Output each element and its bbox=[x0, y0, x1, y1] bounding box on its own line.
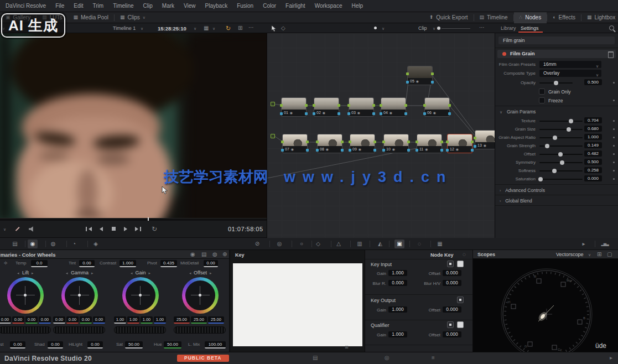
node-05[interactable]: 05◉ bbox=[408, 66, 432, 85]
qualifier-gain[interactable]: 1.000 bbox=[388, 331, 407, 337]
lift-r-value[interactable]: 0.00 bbox=[12, 316, 24, 324]
lift-b-value[interactable]: 0.00 bbox=[39, 316, 51, 324]
node-02[interactable]: 02◉ bbox=[314, 98, 339, 116]
corner-arrow-icon[interactable]: ▸ bbox=[610, 355, 612, 361]
qualifier-toggle-b[interactable] bbox=[457, 321, 464, 328]
log-mode-icon[interactable]: ◍ bbox=[212, 252, 217, 257]
boost-value[interactable]: 0.00 bbox=[10, 341, 25, 349]
render-queue-icon[interactable]: ≡ bbox=[432, 355, 435, 361]
camera-icon[interactable]: ▦ bbox=[204, 25, 209, 31]
magic-mask-icon[interactable]: ○ bbox=[297, 240, 307, 248]
node-graph[interactable]: 05◉ 01◉ 02◉ 03◉ 04◉ 06◉ 07◉ 08◉ 09◉ bbox=[267, 33, 495, 238]
node-01[interactable]: 01◉ bbox=[282, 98, 306, 116]
pivot-value[interactable]: 0.435 bbox=[160, 260, 177, 267]
menu-item-edit[interactable]: Edit bbox=[74, 3, 83, 9]
scope-mode-selector[interactable]: Vectorscope bbox=[556, 252, 584, 257]
keyboard-icon[interactable]: ▤ bbox=[313, 355, 318, 361]
menu-item-view[interactable]: View bbox=[184, 3, 196, 9]
stabilizer-icon[interactable]: ◭ bbox=[375, 240, 385, 248]
sat-value[interactable]: 50.00 bbox=[125, 341, 143, 349]
curves-icon[interactable]: ◔ bbox=[69, 240, 79, 248]
hdr-wheels-icon[interactable]: ◍ bbox=[48, 240, 58, 248]
key-input-blur-r[interactable]: 0.000 bbox=[388, 280, 407, 286]
lift-master-wheel[interactable] bbox=[0, 326, 51, 334]
effects-panel-button[interactable]: ◐ Effects bbox=[547, 12, 581, 23]
play-button[interactable] bbox=[124, 227, 127, 231]
arrow-left-icon[interactable]: ▸ bbox=[17, 271, 19, 275]
blur-icon[interactable]: ◇ bbox=[313, 240, 323, 248]
cloud-sync-icon[interactable]: ◎ bbox=[385, 355, 390, 361]
arrow-right-icon[interactable]: ▸ bbox=[32, 271, 34, 275]
node-04[interactable]: 04◉ bbox=[381, 98, 406, 116]
node-09[interactable]: 09◉ bbox=[350, 134, 375, 153]
pan-tool-icon[interactable]: ◇ bbox=[281, 25, 285, 31]
key-icon[interactable]: △ bbox=[334, 240, 344, 248]
lift-g-value[interactable]: 0.00 bbox=[25, 316, 38, 324]
composite-dropdown[interactable]: Overlay∨ bbox=[539, 70, 601, 77]
presets-dropdown[interactable]: 16mm∨ bbox=[539, 61, 601, 68]
node-07[interactable]: 07◉ bbox=[283, 134, 307, 153]
param-value[interactable]: 0.258 bbox=[584, 167, 602, 173]
stills-icon[interactable]: ▤ bbox=[10, 240, 20, 248]
global-blend-header[interactable]: › Global Blend bbox=[500, 197, 532, 204]
opacity-value[interactable]: 0.500 bbox=[584, 79, 602, 85]
gain-y-value[interactable]: 1.00 bbox=[114, 316, 126, 324]
arrow-left-icon[interactable]: ▸ bbox=[131, 271, 133, 275]
wheels-mode-icon[interactable]: ◉ bbox=[190, 252, 195, 257]
key-output-offset[interactable]: 0.000 bbox=[443, 306, 461, 313]
key-input-blur-hv[interactable]: 0.000 bbox=[443, 280, 461, 286]
param-value[interactable]: 1.000 bbox=[584, 134, 602, 140]
gain-r-value[interactable]: 1.00 bbox=[127, 316, 139, 324]
menu-item-timeline[interactable]: Timeline bbox=[113, 3, 133, 9]
chevron-down-icon[interactable]: ∨ bbox=[3, 227, 6, 232]
quick-export-button[interactable]: ⬆ Quick Export bbox=[424, 12, 474, 23]
chevron-down-icon[interactable]: ∨ bbox=[212, 27, 215, 31]
param-value[interactable]: 0.500 bbox=[584, 159, 602, 165]
param-value[interactable]: 0.000 bbox=[584, 175, 602, 181]
menu-item-clip[interactable]: Clip bbox=[143, 3, 153, 9]
gamma-master-wheel[interactable] bbox=[53, 326, 105, 334]
open-fx-icon[interactable]: ▦ bbox=[435, 240, 445, 248]
arrow-right-icon[interactable]: ▸ bbox=[91, 271, 94, 275]
hilight-value[interactable]: 0.00 bbox=[87, 341, 103, 349]
menu-item-fusion[interactable]: Fusion bbox=[237, 3, 253, 9]
power-windows-icon[interactable]: ⊘ bbox=[252, 240, 262, 248]
arrow-right-icon[interactable]: ▸ bbox=[149, 271, 151, 275]
key-input-toggle-a[interactable] bbox=[447, 261, 454, 267]
advanced-controls-header[interactable]: › Advanced Controls bbox=[500, 187, 545, 193]
menu-item-mark[interactable]: Mark bbox=[162, 3, 174, 9]
lummix-value[interactable]: 100.00 bbox=[205, 341, 226, 349]
node-key-icon[interactable]: ▣ bbox=[394, 240, 404, 248]
circle-icon[interactable]: ◌ bbox=[463, 252, 466, 257]
speaker-icon[interactable] bbox=[29, 226, 35, 232]
param-value[interactable]: 0.680 bbox=[584, 126, 602, 132]
grain-aspect-slider[interactable] bbox=[539, 137, 583, 138]
gain-b-value[interactable]: 1.00 bbox=[154, 316, 166, 324]
cursor-tool-icon[interactable] bbox=[271, 25, 277, 32]
nodes-panel-button[interactable]: ∴ Nodes bbox=[514, 12, 547, 23]
lift-wheel[interactable] bbox=[7, 277, 44, 314]
offset-g-value[interactable]: 25.00 bbox=[191, 316, 207, 324]
sizing-icon[interactable]: ▥ bbox=[355, 240, 365, 248]
gamma-wheel[interactable] bbox=[61, 277, 98, 314]
matte-small-icon[interactable]: ⊞ bbox=[345, 345, 349, 350]
tracker-icon[interactable]: ◎ bbox=[274, 240, 284, 248]
grain-only-checkbox[interactable] bbox=[539, 89, 545, 95]
gamma-r-value[interactable]: 0.00 bbox=[66, 316, 79, 324]
menu-item-app[interactable]: DaVinci Resolve bbox=[6, 3, 46, 9]
more-options-icon[interactable]: ⋯ bbox=[248, 25, 254, 30]
menu-item-trim[interactable]: Trim bbox=[93, 3, 104, 9]
gamma-y-value[interactable]: 0.00 bbox=[53, 316, 65, 324]
hue-value[interactable]: 50.00 bbox=[164, 341, 181, 349]
film-grain-section-header[interactable]: Film Grain bbox=[497, 50, 616, 58]
middetail-value[interactable]: 0.00 bbox=[204, 260, 218, 267]
offset-master-wheel[interactable] bbox=[174, 326, 226, 334]
source-pin[interactable] bbox=[271, 134, 275, 138]
arrow-right-icon[interactable]: ▸ bbox=[210, 271, 212, 275]
grain-size-slider[interactable] bbox=[539, 129, 583, 130]
node-mode-selector[interactable]: Clip bbox=[418, 25, 427, 31]
gain-g-value[interactable]: 1.00 bbox=[141, 316, 153, 324]
settings-search-input[interactable]: Film grain bbox=[498, 37, 615, 44]
tint-value[interactable]: 0.00 bbox=[79, 260, 95, 267]
bars-mode-icon[interactable]: ▤ bbox=[201, 252, 206, 257]
